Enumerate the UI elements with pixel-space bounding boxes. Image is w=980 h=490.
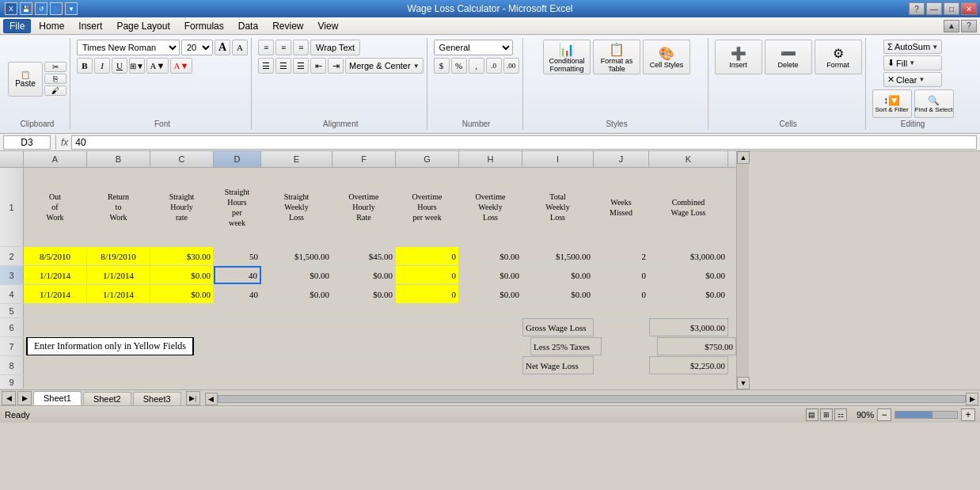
cell-i9[interactable]	[522, 375, 594, 389]
cell-c3[interactable]: $0.00	[150, 266, 214, 284]
conditional-formatting-button[interactable]: 📊 Conditional Formatting	[543, 40, 591, 74]
increase-font-btn[interactable]: A	[215, 40, 230, 55]
col-header-a[interactable]: A	[24, 151, 87, 167]
cell-b3[interactable]: 1/1/2014	[87, 266, 150, 284]
add-sheet-btn[interactable]: ▶|	[186, 391, 200, 405]
cell-j7[interactable]	[602, 337, 657, 355]
cell-d3[interactable]: 40	[214, 266, 261, 284]
cell-e2[interactable]: $1,500.00	[261, 247, 332, 265]
number-format-select[interactable]: General	[434, 40, 513, 55]
align-center-btn[interactable]: ☰	[275, 58, 291, 74]
menu-home[interactable]: Home	[32, 19, 70, 33]
delete-button[interactable]: ➖ Delete	[765, 40, 812, 74]
cell-h8[interactable]	[459, 356, 522, 374]
font-name-select[interactable]: Times New Roman	[77, 40, 180, 55]
cell-styles-button[interactable]: 🎨 Cell Styles	[643, 40, 690, 74]
cell-e8[interactable]	[261, 356, 332, 374]
customize-icon[interactable]: ▼	[65, 2, 78, 15]
font-size-select[interactable]: 20	[181, 40, 213, 55]
cell-e6[interactable]	[261, 318, 332, 336]
cell-c5[interactable]	[150, 304, 214, 317]
cell-f2[interactable]: $45.00	[332, 247, 396, 265]
ribbon-collapse[interactable]: ▲	[944, 20, 959, 32]
cell-c2[interactable]: $30.00	[150, 247, 214, 265]
cell-b2[interactable]: 8/19/2010	[87, 247, 150, 265]
cell-e5[interactable]	[261, 304, 332, 317]
cell-c6[interactable]	[150, 318, 214, 336]
cell-c4[interactable]: $0.00	[150, 285, 214, 303]
indent-increase-btn[interactable]: ⇥	[328, 58, 344, 74]
menu-insert[interactable]: Insert	[72, 19, 108, 33]
scroll-right-btn[interactable]: ▶	[966, 393, 978, 405]
sheet-tab-3[interactable]: Sheet3	[133, 392, 181, 405]
decrease-font-btn[interactable]: A	[232, 40, 248, 55]
cell-a4[interactable]: 1/1/2014	[24, 285, 87, 303]
cell-g8[interactable]	[396, 356, 459, 374]
cell-k4[interactable]: $0.00	[649, 285, 728, 303]
cell-i5[interactable]	[522, 304, 594, 317]
cell-h4[interactable]: $0.00	[459, 285, 522, 303]
zoom-out-btn[interactable]: −	[877, 408, 891, 421]
cell-e4[interactable]: $0.00	[261, 285, 332, 303]
fill-button[interactable]: ⬇ Fill ▼	[883, 55, 942, 70]
autosum-button[interactable]: Σ AutoSum ▼	[883, 40, 942, 54]
cell-i3[interactable]: $0.00	[522, 266, 594, 284]
format-button[interactable]: ⚙ Format	[815, 40, 862, 74]
cell-a5[interactable]	[24, 304, 87, 317]
cell-k9[interactable]	[649, 375, 728, 389]
zoom-in-btn[interactable]: +	[961, 408, 975, 421]
cell-g4[interactable]: 0	[396, 285, 459, 303]
cell-b9[interactable]	[87, 375, 150, 389]
help-btn[interactable]: ?	[909, 2, 925, 15]
cell-a6[interactable]	[24, 318, 87, 336]
cell-f4[interactable]: $0.00	[332, 285, 396, 303]
col-header-k[interactable]: K	[649, 151, 728, 167]
find-select-button[interactable]: 🔍 Find & Select	[914, 89, 954, 118]
view-layout-btn[interactable]: ⊞	[820, 408, 833, 421]
cell-g5[interactable]	[396, 304, 459, 317]
row-header-1[interactable]: 1	[0, 168, 24, 246]
vertical-scrollbar[interactable]: ▲ ▼	[736, 151, 749, 389]
cell-reference-box[interactable]	[3, 135, 51, 150]
row-header-3[interactable]: 3	[0, 266, 24, 284]
copy-button[interactable]: ⎘	[44, 74, 66, 84]
cell-f5[interactable]	[332, 304, 396, 317]
underline-button[interactable]: U	[112, 58, 127, 74]
format-as-table-button[interactable]: 📋 Format as Table	[593, 40, 640, 74]
fill-color-button[interactable]: A▼	[146, 58, 169, 74]
scroll-track-v[interactable]	[737, 164, 749, 377]
cell-j8[interactable]	[594, 356, 649, 374]
col-header-b[interactable]: B	[87, 151, 150, 167]
close-btn[interactable]: ✕	[961, 2, 977, 15]
cell-a8[interactable]	[24, 356, 87, 374]
minimize-btn[interactable]: —	[926, 2, 942, 15]
scroll-track-h[interactable]	[218, 395, 966, 403]
col-header-h[interactable]: H	[459, 151, 522, 167]
cell-h1[interactable]: OvertimeWeeklyLoss	[459, 168, 522, 246]
cell-d1[interactable]: StraightHoursperweek	[214, 168, 261, 246]
cell-d9[interactable]	[214, 375, 261, 389]
align-top-center-btn[interactable]: ≡	[275, 40, 291, 55]
cell-d4[interactable]: 40	[214, 285, 261, 303]
cell-k3[interactable]: $0.00	[649, 266, 728, 284]
maximize-btn[interactable]: □	[944, 2, 959, 15]
cell-k1[interactable]: CombinedWage Loss	[649, 168, 728, 246]
align-top-left-btn[interactable]: ≡	[258, 40, 274, 55]
row-header-2[interactable]: 2	[0, 247, 24, 265]
italic-button[interactable]: I	[94, 58, 110, 74]
cell-f6[interactable]	[332, 318, 396, 336]
paste-button[interactable]: 📋 Paste	[8, 62, 43, 97]
cell-i1[interactable]: TotalWeeklyLoss	[522, 168, 594, 246]
cell-g2[interactable]: 0	[396, 247, 459, 265]
col-header-d[interactable]: D	[214, 151, 261, 167]
cell-d8[interactable]	[214, 356, 261, 374]
align-top-right-btn[interactable]: ≡	[293, 40, 309, 55]
row-header-5[interactable]: 5	[0, 304, 24, 317]
cell-c9[interactable]	[150, 375, 214, 389]
cell-j9[interactable]	[594, 375, 649, 389]
cell-a3[interactable]: 1/1/2014	[24, 266, 87, 284]
tab-scroll-left[interactable]: ◀	[2, 391, 16, 405]
row-header-8[interactable]: 8	[0, 356, 24, 374]
cell-j6[interactable]	[594, 318, 649, 336]
cell-c1[interactable]: StraightHourlyrate	[150, 168, 214, 246]
